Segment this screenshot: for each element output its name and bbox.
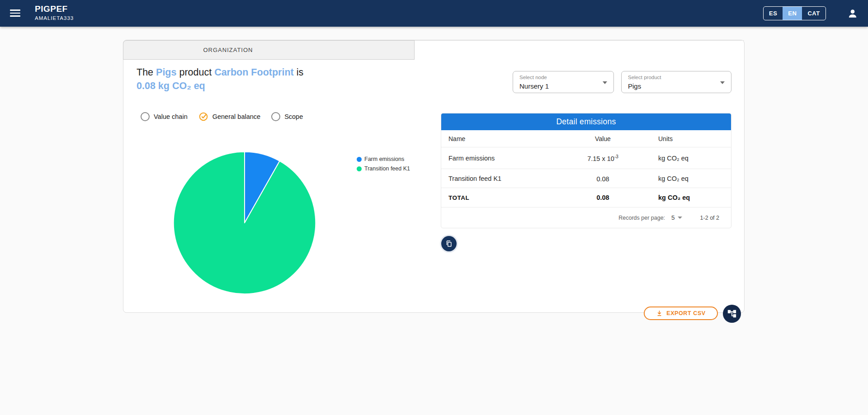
export-csv-label: EXPORT CSV <box>666 310 706 316</box>
language-switcher: ES EN CAT <box>763 6 826 20</box>
emissions-pie-chart[interactable] <box>171 150 318 296</box>
column-header-units: Units <box>629 135 731 142</box>
records-per-page-label: Records per page: <box>618 215 665 221</box>
cell-units: kg CO₂ eq <box>629 155 731 162</box>
tab-spacer <box>333 40 415 60</box>
headline-text: The <box>137 67 153 78</box>
legend-item-transition-feed[interactable]: Transition feed K1 <box>357 165 410 172</box>
radio-scope-label: Scope <box>284 113 303 120</box>
select-product-dropdown[interactable]: Select product Pigs <box>621 71 731 93</box>
radio-scope[interactable]: Scope <box>271 112 303 121</box>
select-node-dropdown[interactable]: Select node Nursery 1 <box>513 71 614 93</box>
app-title: PIGPEF <box>35 4 74 14</box>
cell-name: Transition feed K1 <box>441 175 577 182</box>
select-node-value: Nursery 1 <box>519 82 607 91</box>
chevron-down-icon <box>720 81 725 84</box>
table-row: Farm emissions 7.15 x 10-3 kg CO₂ eq <box>441 147 731 169</box>
radio-value-chain[interactable]: Value chain <box>141 112 188 121</box>
page-range-label: 1-2 of 2 <box>700 215 719 221</box>
tab-organization-label: ORGANIZATION <box>203 47 253 53</box>
copy-icon <box>445 240 453 248</box>
cell-units: kg CO₂ eq <box>629 175 731 182</box>
headline-value: 0.08 kg CO₂ eq <box>137 80 205 91</box>
export-csv-button[interactable]: EXPORT CSV <box>644 307 718 320</box>
copy-table-button[interactable] <box>441 236 457 251</box>
legend-item-farm-emissions[interactable]: Farm emissions <box>357 156 410 162</box>
value-base: 7.15 x 10 <box>587 155 614 162</box>
radio-general-balance-label: General balance <box>212 113 260 120</box>
tab-organization[interactable]: ORGANIZATION <box>123 40 333 60</box>
hamburger-menu-icon[interactable] <box>10 8 23 19</box>
legend-dot <box>357 157 362 162</box>
table-pagination: Records per page: 5 1-2 of 2 <box>441 208 731 228</box>
footprint-headline: The Pigs product Carbon Footprint is 0.0… <box>137 66 331 93</box>
legend-label: Farm emissions <box>364 156 404 162</box>
radio-value-chain-label: Value chain <box>154 113 188 120</box>
cell-name: Farm emissions <box>441 155 577 162</box>
cell-total-name: TOTAL <box>441 194 577 201</box>
page-size-select[interactable]: 5 <box>671 214 682 221</box>
radio-general-balance[interactable]: General balance <box>198 112 260 122</box>
detail-emissions-table: Detail emissions Name Value Units Farm e… <box>441 113 731 228</box>
page-size-value: 5 <box>671 214 675 221</box>
lang-button-en[interactable]: EN <box>783 7 802 20</box>
main-card: ORGANIZATION PRODUCT The Pigs product Ca… <box>123 40 745 313</box>
headline-text: is <box>297 67 304 78</box>
balance-filter-group: Value chain General balance Scope <box>141 112 303 122</box>
radio-unchecked-icon <box>271 112 280 121</box>
cell-value: 7.15 x 10-3 <box>577 154 629 162</box>
select-node-label: Select node <box>519 74 607 81</box>
value-exponent: -3 <box>614 154 618 159</box>
lang-button-es[interactable]: ES <box>764 7 783 20</box>
app-subtitle: AMALIETA333 <box>35 15 74 22</box>
lang-button-cat[interactable]: CAT <box>802 7 825 20</box>
tab-product-area: PRODUCT <box>415 40 744 60</box>
headline-product-name: Pigs <box>156 67 176 78</box>
select-product-label: Select product <box>628 74 725 81</box>
account-tree-icon <box>727 309 737 319</box>
chart-legend: Farm emissions Transition feed K1 <box>357 156 410 172</box>
legend-label: Transition feed K1 <box>364 165 410 172</box>
column-header-name: Name <box>441 135 577 142</box>
download-icon <box>656 310 663 317</box>
user-account-icon[interactable] <box>846 8 859 19</box>
cell-total-units: kg CO₂ eq <box>629 194 731 201</box>
table-total-row: TOTAL 0.08 kg CO₂ eq <box>441 188 731 208</box>
cell-total-value: 0.08 <box>577 194 629 201</box>
radio-unchecked-icon <box>141 112 150 121</box>
legend-dot <box>357 166 362 171</box>
chevron-down-icon <box>603 81 607 84</box>
cell-value: 0.08 <box>577 174 629 183</box>
tab-bar: ORGANIZATION PRODUCT <box>123 40 744 60</box>
screen: PIGPEF AMALIETA333 ES EN CAT ORGANIZATIO… <box>0 0 868 415</box>
headline-text: product <box>179 67 212 78</box>
app-header: PIGPEF AMALIETA333 ES EN CAT <box>0 0 868 27</box>
table-row: Transition feed K1 0.08 kg CO₂ eq <box>441 169 731 188</box>
node-tree-button[interactable] <box>723 305 741 323</box>
chevron-down-icon <box>678 217 682 219</box>
table-title: Detail emissions <box>441 113 731 130</box>
headline-highlight: Carbon Footprint <box>214 67 294 78</box>
app-title-block: PIGPEF AMALIETA333 <box>35 4 74 22</box>
column-header-value: Value <box>577 135 629 142</box>
table-header-row: Name Value Units <box>441 130 731 147</box>
select-product-value: Pigs <box>628 82 725 91</box>
radio-checked-icon <box>198 112 208 122</box>
value-base: 0.08 <box>596 175 609 182</box>
